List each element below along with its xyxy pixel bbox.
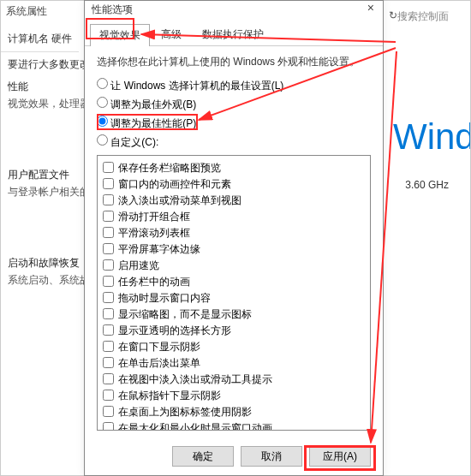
search-box[interactable]: 搜索控制面 xyxy=(397,9,449,24)
bg-section1-title: 要进行大多数更改 xyxy=(8,57,90,72)
checkbox-input[interactable] xyxy=(103,422,114,431)
checkbox-input[interactable] xyxy=(103,308,114,319)
radio-label: 让 Windows 选择计算机的最佳设置(L) xyxy=(110,80,283,92)
radio-group: 让 Windows 选择计算机的最佳设置(L) 调整为最佳外观(B) 调整为最佳… xyxy=(97,78,371,150)
radio-let-windows-choose[interactable]: 让 Windows 选择计算机的最佳设置(L) xyxy=(97,78,371,93)
radio-input[interactable] xyxy=(97,97,108,108)
visual-effect-option[interactable]: 在单击后淡出菜单 xyxy=(103,356,365,371)
checkbox-label: 窗口内的动画控件和元素 xyxy=(118,178,231,190)
radio-input[interactable] xyxy=(97,78,108,89)
breadcrumb-title: 系统属性 xyxy=(6,4,47,19)
checkbox-input[interactable] xyxy=(103,243,114,254)
checkbox-label: 在最大化和最小化时显示窗口动画 xyxy=(118,422,272,431)
ok-button[interactable]: 确定 xyxy=(172,446,234,467)
bg-section2-sub: 视觉效果，处理器 xyxy=(8,97,90,111)
checkbox-input[interactable] xyxy=(103,390,114,401)
checkbox-label: 在桌面上为图标标签使用阴影 xyxy=(118,406,252,418)
visual-effect-option[interactable]: 显示缩略图，而不是显示图标 xyxy=(103,307,365,322)
radio-input[interactable] xyxy=(97,116,108,127)
visual-effect-option[interactable]: 在最大化和最小化时显示窗口动画 xyxy=(103,421,365,431)
bg-section3-title: 用户配置文件 xyxy=(8,168,69,182)
visual-effect-option[interactable]: 淡入淡出或滑动菜单到视图 xyxy=(103,193,365,208)
windows-logo-text: Wind xyxy=(393,116,470,158)
dialog-body: 选择你想在此计算机上使用的 Windows 外观和性能设置。 让 Windows… xyxy=(85,46,383,431)
dialog-description: 选择你想在此计算机上使用的 Windows 外观和性能设置。 xyxy=(97,55,371,69)
cpu-ghz: 3.60 GHz xyxy=(405,179,449,191)
checkbox-label: 淡入淡出或滑动菜单到视图 xyxy=(118,194,241,206)
visual-effect-option[interactable]: 滑动打开组合框 xyxy=(103,210,365,224)
visual-effect-option[interactable]: 启用速览 xyxy=(103,259,365,273)
radio-label: 调整为最佳外观(B) xyxy=(110,98,196,110)
radio-best-appearance[interactable]: 调整为最佳外观(B) xyxy=(97,97,371,112)
checkbox-input[interactable] xyxy=(103,276,114,287)
checkbox-label: 启用速览 xyxy=(118,259,159,271)
tab-visual-effects[interactable]: 视觉效果 xyxy=(90,24,150,46)
checkbox-label: 滑动打开组合框 xyxy=(118,211,190,223)
visual-effect-option[interactable]: 在视图中淡入淡出或滑动工具提示 xyxy=(103,372,365,387)
checkbox-input[interactable] xyxy=(103,357,114,368)
checkbox-input[interactable] xyxy=(103,162,114,173)
tab-dep[interactable]: 数据执行保护 xyxy=(193,23,273,45)
visual-effect-option[interactable]: 任务栏中的动画 xyxy=(103,275,365,289)
checkbox-input[interactable] xyxy=(103,341,114,352)
checkbox-input[interactable] xyxy=(103,211,114,222)
checkbox-input[interactable] xyxy=(103,406,114,417)
checkbox-input[interactable] xyxy=(103,324,114,336)
dialog-title: 性能选项 xyxy=(85,1,383,19)
tab-advanced[interactable]: 高级 xyxy=(152,23,191,45)
visual-effects-list[interactable]: 保存任务栏缩略图预览窗口内的动画控件和元素淡入淡出或滑动菜单到视图滑动打开组合框… xyxy=(97,155,371,431)
visual-effect-option[interactable]: 平滑滚动列表框 xyxy=(103,226,365,241)
checkbox-label: 显示缩略图，而不是显示图标 xyxy=(118,308,252,320)
checkbox-label: 在鼠标指针下显示阴影 xyxy=(118,390,221,402)
visual-effect-option[interactable]: 平滑屏幕字体边缘 xyxy=(103,242,365,257)
checkbox-label: 拖动时显示窗口内容 xyxy=(118,292,211,304)
checkbox-label: 在视图中淡入淡出或滑动工具提示 xyxy=(118,373,272,385)
checkbox-input[interactable] xyxy=(103,194,114,205)
checkbox-input[interactable] xyxy=(103,259,114,271)
checkbox-label: 在单击后淡出菜单 xyxy=(118,357,200,369)
bg-section4-title: 启动和故障恢复 xyxy=(8,256,80,271)
checkbox-input[interactable] xyxy=(103,292,114,303)
dialog-tabstrip: 视觉效果 高级 数据执行保护 xyxy=(85,24,383,46)
checkbox-label: 保存任务栏缩略图预览 xyxy=(118,162,221,174)
radio-label: 调整为最佳性能(P) xyxy=(110,117,196,129)
visual-effect-option[interactable]: 在桌面上为图标标签使用阴影 xyxy=(103,405,365,419)
checkbox-label: 显示亚透明的选择长方形 xyxy=(118,324,231,336)
bg-section4-sub: 系统启动、系统故 xyxy=(8,273,90,288)
apply-button[interactable]: 应用(A) xyxy=(309,446,371,467)
radio-label: 自定义(C): xyxy=(110,136,158,148)
bg-section2-title: 性能 xyxy=(8,80,28,94)
cancel-button[interactable]: 取消 xyxy=(241,446,302,467)
checkbox-input[interactable] xyxy=(103,227,114,238)
checkbox-input[interactable] xyxy=(103,178,114,189)
checkbox-label: 平滑屏幕字体边缘 xyxy=(118,243,200,255)
visual-effect-option[interactable]: 窗口内的动画控件和元素 xyxy=(103,177,365,192)
visual-effect-option[interactable]: 在鼠标指针下显示阴影 xyxy=(103,389,365,403)
checkbox-label: 任务栏中的动画 xyxy=(118,276,190,288)
radio-custom[interactable]: 自定义(C): xyxy=(97,134,371,150)
background-tabs: 计算机名 硬件 xyxy=(1,27,79,52)
bg-section3-sub: 与登录帐户相关的 xyxy=(8,185,90,199)
checkbox-label: 平滑滚动列表框 xyxy=(118,227,190,239)
checkbox-input[interactable] xyxy=(103,373,114,384)
refresh-icon[interactable]: ↻ xyxy=(389,9,397,21)
visual-effect-option[interactable]: 拖动时显示窗口内容 xyxy=(103,291,365,306)
checkbox-label: 在窗口下显示阴影 xyxy=(118,341,200,353)
close-icon[interactable]: × xyxy=(362,1,379,15)
radio-input[interactable] xyxy=(97,134,108,146)
dialog-button-row: 确定 取消 应用(A) xyxy=(172,446,371,467)
performance-options-dialog: 性能选项 × 视觉效果 高级 数据执行保护 选择你想在此计算机上使用的 Wind… xyxy=(84,0,384,476)
visual-effect-option[interactable]: 保存任务栏缩略图预览 xyxy=(103,161,365,176)
radio-best-performance[interactable]: 调整为最佳性能(P) xyxy=(97,116,371,131)
visual-effect-option[interactable]: 显示亚透明的选择长方形 xyxy=(103,324,365,338)
visual-effect-option[interactable]: 在窗口下显示阴影 xyxy=(103,340,365,354)
